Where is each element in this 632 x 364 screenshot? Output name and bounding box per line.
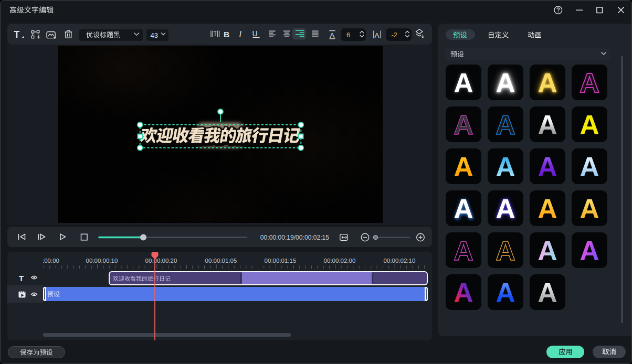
svg-text:T: T [19,274,24,283]
